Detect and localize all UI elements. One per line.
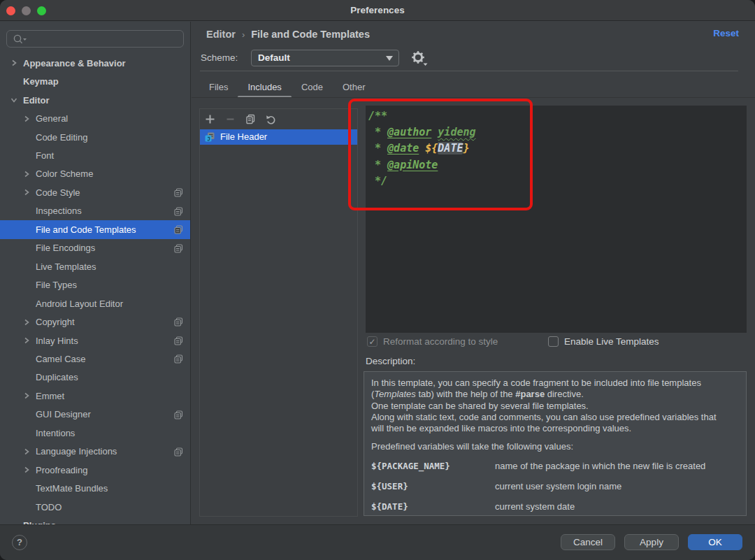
variable-row: ${USER}current user system login name bbox=[371, 476, 739, 496]
revert-button[interactable] bbox=[265, 113, 277, 125]
chevron-right-icon[interactable] bbox=[22, 447, 31, 456]
add-button[interactable] bbox=[204, 113, 216, 125]
apply-button[interactable]: Apply bbox=[624, 534, 679, 550]
reformat-label: Reformat according to style bbox=[383, 336, 498, 347]
tab-files[interactable]: Files bbox=[209, 80, 228, 98]
cancel-button[interactable]: Cancel bbox=[561, 534, 615, 550]
checkbox-checked-icon: ✓ bbox=[367, 336, 378, 347]
sidebar-item-font[interactable]: Font bbox=[0, 146, 191, 164]
sidebar-item-proofreading[interactable]: Proofreading bbox=[0, 461, 191, 479]
breadcrumb-separator-icon: › bbox=[242, 29, 245, 40]
sidebar-item-duplicates[interactable]: Duplicates bbox=[0, 368, 191, 387]
tabs-divider bbox=[192, 97, 755, 98]
sidebar-item-label: Copyright bbox=[36, 317, 75, 327]
settings-sidebar: Appearance & BehaviorKeymapEditorGeneral… bbox=[0, 22, 191, 524]
sidebar-item-appearance-behavior[interactable]: Appearance & Behavior bbox=[0, 54, 191, 72]
ok-button[interactable]: OK bbox=[688, 534, 742, 550]
variable-description: name of the package in which the new fil… bbox=[495, 461, 705, 471]
sidebar-item-live-templates[interactable]: Live Templates bbox=[0, 257, 191, 275]
scheme-select[interactable]: Default bbox=[251, 50, 399, 66]
settings-tree: Appearance & BehaviorKeymapEditorGeneral… bbox=[0, 54, 191, 524]
search-input[interactable] bbox=[6, 30, 184, 48]
sidebar-item-label: GUI Designer bbox=[36, 409, 91, 419]
chevron-right-icon[interactable] bbox=[22, 466, 31, 474]
sidebar-item-label: Inlay Hints bbox=[36, 336, 78, 346]
sidebar-item-label: Intentions bbox=[36, 428, 75, 438]
copy-button[interactable] bbox=[245, 113, 257, 125]
chevron-right-icon[interactable] bbox=[22, 318, 31, 326]
settings-content: Editor › File and Code Templates Reset S… bbox=[192, 22, 755, 524]
sidebar-item-gui-designer[interactable]: GUI Designer bbox=[0, 405, 191, 424]
chevron-right-icon[interactable] bbox=[22, 115, 31, 123]
sidebar-item-label: Android Layout Editor bbox=[36, 299, 123, 309]
sidebar-item-copyright[interactable]: Copyright bbox=[0, 313, 191, 331]
breadcrumb: Editor › File and Code Templates bbox=[206, 27, 370, 41]
sidebar-item-label: File Types bbox=[36, 280, 77, 290]
variable-name: ${DATE} bbox=[371, 501, 495, 512]
chevron-right-icon[interactable] bbox=[22, 392, 31, 400]
sidebar-item-file-encodings[interactable]: File Encodings bbox=[0, 239, 191, 257]
tree-arrow-placeholder bbox=[22, 225, 31, 234]
chevron-right-icon[interactable] bbox=[22, 188, 31, 196]
tab-code[interactable]: Code bbox=[301, 80, 323, 98]
sidebar-item-label: Appearance & Behavior bbox=[23, 58, 126, 69]
per-project-settings-icon bbox=[174, 447, 183, 457]
sidebar-item-camel-case[interactable]: Camel Case bbox=[0, 350, 191, 368]
description-line: Along with static text, code and comment… bbox=[371, 412, 739, 423]
template-list: File Header bbox=[200, 129, 357, 145]
sidebar-item-editor[interactable]: Editor bbox=[0, 91, 191, 109]
per-project-settings-icon bbox=[174, 225, 183, 234]
red-annotation-rectangle bbox=[348, 99, 533, 210]
checkbox-unchecked-icon bbox=[548, 336, 559, 347]
sidebar-item-android-layout-editor[interactable]: Android Layout Editor bbox=[0, 294, 191, 313]
tree-arrow-placeholder bbox=[22, 484, 31, 493]
live-templates-checkbox[interactable]: Enable Live Templates bbox=[548, 336, 659, 347]
template-list-toolbar bbox=[200, 109, 357, 129]
remove-button[interactable] bbox=[224, 113, 236, 125]
sidebar-item-code-editing[interactable]: Code Editing bbox=[0, 128, 191, 146]
sidebar-item-label: Color Scheme bbox=[36, 168, 93, 179]
breadcrumb-current: File and Code Templates bbox=[251, 29, 370, 40]
per-project-settings-icon bbox=[174, 317, 183, 326]
sidebar-item-textmate-bundles[interactable]: TextMate Bundles bbox=[0, 479, 191, 497]
chevron-right-icon[interactable] bbox=[22, 336, 31, 345]
sidebar-item-keymap[interactable]: Keymap bbox=[0, 72, 191, 90]
dropdown-arrow-icon bbox=[386, 56, 393, 61]
sidebar-item-plugins[interactable]: Plugins bbox=[0, 516, 191, 524]
sidebar-item-intentions[interactable]: Intentions bbox=[0, 424, 191, 442]
tree-arrow-placeholder bbox=[22, 262, 31, 271]
help-button[interactable]: ? bbox=[12, 535, 27, 550]
tree-arrow-placeholder bbox=[22, 429, 31, 437]
sidebar-item-file-types[interactable]: File Types bbox=[0, 275, 191, 294]
sidebar-item-label: Language Injections bbox=[36, 446, 117, 457]
chevron-right-icon[interactable] bbox=[22, 170, 31, 178]
chevron-right-icon[interactable] bbox=[10, 59, 18, 67]
gear-icon[interactable] bbox=[410, 50, 429, 66]
sidebar-item-inlay-hints[interactable]: Inlay Hints bbox=[0, 331, 191, 350]
sidebar-item-file-and-code-templates[interactable]: File and Code Templates bbox=[0, 220, 191, 238]
chevron-down-icon[interactable] bbox=[10, 96, 18, 104]
sidebar-item-emmet[interactable]: Emmet bbox=[0, 387, 191, 405]
sidebar-item-label: File and Code Templates bbox=[36, 224, 136, 235]
description-label: Description: bbox=[366, 356, 415, 366]
tab-other[interactable]: Other bbox=[343, 80, 366, 98]
footer-bar: ? CancelApplyOK bbox=[0, 524, 755, 560]
per-project-settings-icon bbox=[174, 207, 183, 216]
description-line: (Templates tab) with the help of the #pa… bbox=[371, 389, 739, 400]
template-item-file-header[interactable]: File Header bbox=[200, 129, 357, 145]
footer-buttons: CancelApplyOK bbox=[552, 534, 742, 550]
reset-link[interactable]: Reset bbox=[713, 28, 739, 38]
sidebar-item-inspections[interactable]: Inspections bbox=[0, 202, 191, 220]
variable-row: ${DATE}current system date bbox=[371, 496, 739, 517]
sidebar-item-general[interactable]: General bbox=[0, 109, 191, 127]
sidebar-item-color-scheme[interactable]: Color Scheme bbox=[0, 165, 191, 183]
sidebar-item-language-injections[interactable]: Language Injections bbox=[0, 443, 191, 461]
reformat-checkbox[interactable]: ✓ Reformat according to style bbox=[367, 336, 498, 347]
per-project-settings-icon bbox=[174, 354, 183, 364]
tab-includes[interactable]: Includes bbox=[247, 80, 281, 98]
sidebar-item-code-style[interactable]: Code Style bbox=[0, 183, 191, 201]
window-title: Preferences bbox=[0, 0, 755, 21]
breadcrumb-editor[interactable]: Editor bbox=[206, 29, 236, 40]
file-header-icon bbox=[204, 131, 215, 143]
sidebar-item-todo[interactable]: TODO bbox=[0, 498, 191, 516]
